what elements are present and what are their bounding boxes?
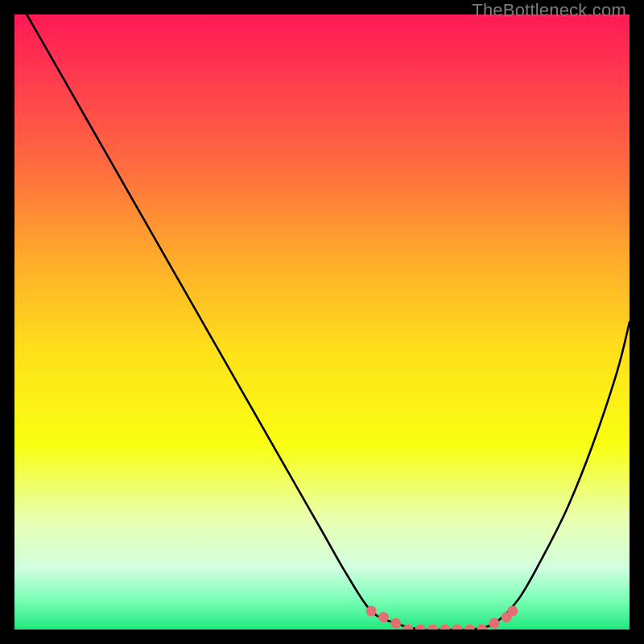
curve-marker	[366, 606, 377, 617]
curve-marker	[378, 612, 389, 622]
gradient-background	[14, 14, 630, 630]
curve-marker	[507, 606, 518, 617]
watermark-text: TheBottleneck.com	[472, 0, 626, 21]
chart-frame	[14, 14, 630, 630]
curve-marker	[489, 618, 499, 629]
chart-svg	[14, 14, 630, 630]
curve-marker	[390, 618, 401, 629]
